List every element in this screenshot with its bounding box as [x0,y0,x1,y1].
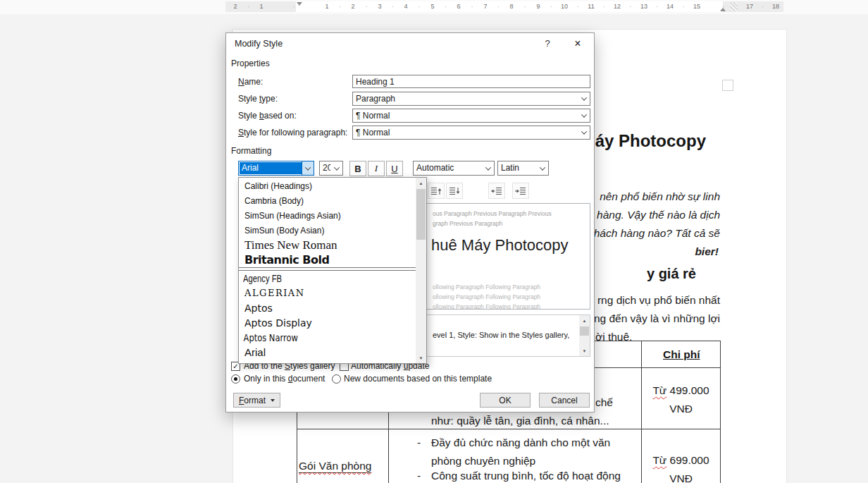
ruler-dot: · [497,1,500,12]
name-input[interactable] [352,75,590,88]
font-list-scrollbar[interactable]: ▲ ▼ [416,178,426,363]
font-option[interactable]: Aptos [239,300,416,315]
spacing-before-icon [430,186,442,196]
help-button[interactable]: ? [540,38,554,49]
ruler-margin-hatch [730,2,738,11]
ruler-dot: · [722,1,724,12]
font-option[interactable]: Cambria (Body) [239,193,416,208]
close-button[interactable]: × [569,36,587,51]
font-option[interactable]: SimSun (Headings Asian) [239,208,416,223]
scroll-up-icon[interactable]: ▲ [579,315,590,326]
ruler-dot: · [656,1,658,12]
style-description-text: evel 1, Style: Show in the Styles galler… [433,331,569,339]
font-option[interactable]: Britannic Bold [239,252,416,267]
chevron-down-icon[interactable] [578,109,590,122]
empty-frame-artifact [722,80,733,91]
ruler-number: 17 [746,1,753,12]
font-name-select[interactable]: Arial [238,161,314,176]
price-value: 699.000 [670,454,709,466]
new-documents-label[interactable]: New documents based on this template [344,374,492,384]
chevron-down-icon[interactable] [578,126,590,139]
table-row-label: Gói Văn phòng [299,460,371,473]
ruler-dot: · [550,1,552,12]
style-type-select[interactable]: Paragraph [352,92,590,106]
language-value: Latin [498,161,536,174]
bullet-dash: - [417,470,421,482]
underline-button[interactable]: U [386,161,403,176]
font-size-select[interactable]: 20 [319,161,343,176]
only-document-radio[interactable] [231,374,240,384]
bold-button[interactable]: B [349,161,366,176]
font-option[interactable]: Aptos Display [239,315,416,330]
ruler-number: 2 [351,1,354,12]
description-scrollbar[interactable]: ▲ ▼ [579,315,590,356]
spacing-before-button[interactable] [428,183,445,199]
style-type-label: Style type: [238,94,278,104]
ruler-number: 18 [772,1,779,12]
cancel-button[interactable]: Cancel [539,393,590,408]
scroll-up-icon[interactable]: ▲ [416,178,426,188]
style-following-select[interactable]: ¶ Normal [352,126,590,140]
ruler-number: 14 [666,1,674,12]
font-color-select[interactable]: Automatic [413,161,495,176]
only-document-label[interactable]: Only in this document [244,374,325,384]
font-option[interactable]: Calibri (Headings) [239,178,416,193]
ruler[interactable]: 211234567891011121314151718·············… [225,1,783,12]
italic-button[interactable]: I [368,161,385,176]
chevron-down-icon[interactable] [330,161,342,175]
price-prefix: Từ [652,384,666,396]
table-cell-price: Từ 499.000 VNĐ [642,381,720,418]
scroll-down-icon[interactable]: ▼ [416,353,426,363]
price-prefix: Từ [652,454,666,466]
first-line-indent-marker[interactable] [297,2,302,6]
font-option[interactable]: Arial [239,345,416,360]
table-cell-line: Công suất trung bình, tốc độ hoạt động [431,470,621,482]
font-color-value: Automatic [414,161,482,174]
doc-paragraph-line: hàng. Vậy thế nào là dịch [597,209,720,221]
dropdown-caret-icon [271,399,275,402]
properties-section-label: Properties [231,59,270,68]
price-line: Từ 499.000 [642,381,720,400]
spacing-after-button[interactable] [446,183,463,199]
price-unit: VNĐ [642,400,720,418]
font-option[interactable]: SimSun (Body Asian) [239,223,416,238]
chevron-down-icon[interactable] [578,92,590,105]
table-border [297,429,721,429]
bullet-dash: - [417,436,421,449]
ruler-number: 5 [430,1,434,12]
table-cell-line: Đầy đủ chức năng dành cho một văn [431,436,610,449]
ruler-dot: · [418,1,421,12]
ruler-dot: · [247,1,249,12]
chevron-down-icon[interactable] [536,161,548,175]
doc-paragraph-line: ời thuê. [595,331,632,343]
new-documents-radio[interactable] [332,374,341,384]
style-based-on-select[interactable]: ¶ Normal [352,109,590,123]
ruler-number: 11 [588,1,594,12]
ruler-number: 4 [404,1,407,12]
scroll-down-icon[interactable]: ▼ [579,346,590,356]
dialog-title: Modify Style [235,39,283,49]
scrollbar-thumb[interactable] [416,189,426,240]
ok-button[interactable]: OK [480,393,531,408]
language-select[interactable]: Latin [497,161,549,176]
style-based-on-label: Style based on: [238,111,297,121]
font-option[interactable]: Agency FB [239,271,371,286]
preview-previous-text: ous Paragraph Previous Paragraph Previou… [433,210,552,217]
increase-indent-button[interactable] [512,183,529,199]
ruler-number: 8 [509,1,513,12]
chevron-down-icon[interactable] [482,161,494,175]
chevron-down-icon[interactable] [302,161,314,175]
ruler-number: 1 [259,1,263,12]
ruler-dot: · [293,1,295,12]
format-button[interactable]: Format [233,393,280,408]
font-option[interactable]: Times New Roman [239,238,416,252]
font-size-value: 20 [320,161,330,174]
doc-paragraph-line: ng đến vậy là vì những lợi [594,312,720,325]
decrease-indent-button[interactable] [488,183,505,199]
scrollbar-thumb[interactable] [580,326,589,336]
font-option[interactable]: Aptos Narrow [239,330,384,345]
ruler-number: 15 [693,1,700,12]
ruler-dot: · [603,1,605,12]
font-option[interactable]: ALGERIAN [239,286,416,300]
doc-subheading-fragment: y giá rẻ [647,266,696,282]
